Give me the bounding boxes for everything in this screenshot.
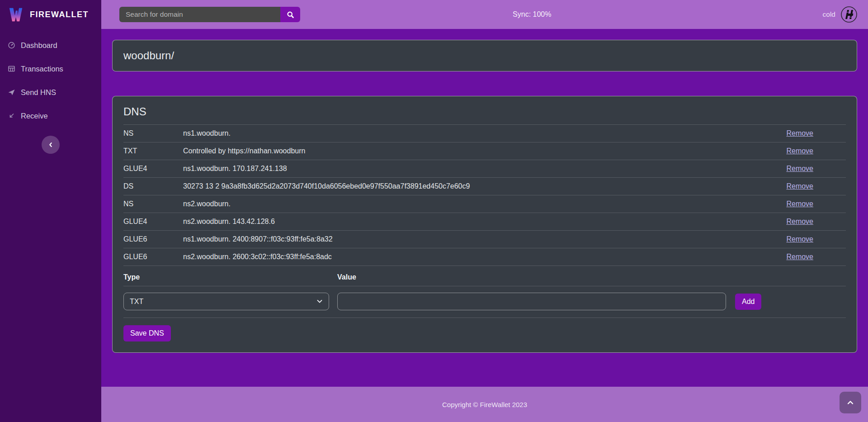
record-type-cell: NS — [123, 195, 183, 213]
dashboard-gauge-icon — [8, 42, 16, 49]
table-row: GLUE6 ns1.woodburn. 2400:8907::f03c:93ff… — [123, 231, 846, 248]
table-row: NS ns2.woodburn. Remove — [123, 195, 846, 213]
paper-plane-icon — [8, 89, 16, 96]
remove-link[interactable]: Remove — [786, 182, 813, 190]
record-value-cell: Controlled by https://nathan.woodburn — [183, 142, 769, 160]
search-input[interactable] — [119, 7, 280, 22]
sidebar-item-dashboard[interactable]: Dashboard — [0, 33, 101, 57]
chevron-left-icon — [47, 142, 54, 148]
domain-title: woodburn/ — [123, 49, 846, 62]
wallet-mode-label: cold — [823, 10, 835, 19]
domain-card: woodburn/ — [112, 40, 857, 71]
sidebar-item-send-hns[interactable]: Send HNS — [0, 81, 101, 104]
add-record-form: Type Value TXT — [123, 266, 846, 318]
save-dns-button[interactable]: Save DNS — [123, 325, 171, 341]
sidebar-item-label: Send HNS — [21, 88, 56, 97]
remove-link[interactable]: Remove — [786, 129, 813, 137]
record-value-cell: ns2.woodburn. — [183, 195, 769, 213]
value-column-header: Value — [337, 266, 735, 286]
record-value-cell: ns2.woodburn. 2600:3c02::f03c:93ff:fe5a:… — [183, 248, 769, 266]
topbar: Sync: 100% cold — [101, 0, 868, 29]
remove-link[interactable]: Remove — [786, 235, 813, 243]
remove-link[interactable]: Remove — [786, 147, 813, 155]
record-type-cell: GLUE6 — [123, 248, 183, 266]
table-row: TXT Controlled by https://nathan.woodbur… — [123, 142, 846, 160]
record-type-cell: NS — [123, 125, 183, 142]
remove-link[interactable]: Remove — [786, 253, 813, 261]
table-row: GLUE6 ns2.woodburn. 2600:3c02::f03c:93ff… — [123, 248, 846, 266]
search-button[interactable] — [280, 7, 300, 22]
record-value-cell: 30273 13 2 9a3a8fb3d625d2a2073d740f10da6… — [183, 178, 769, 195]
sync-status: Sync: 100% — [513, 10, 610, 19]
record-value-cell: ns2.woodburn. 143.42.128.6 — [183, 213, 769, 231]
record-type-cell: GLUE6 — [123, 231, 183, 248]
type-column-header: Type — [123, 266, 337, 286]
record-type-cell: GLUE4 — [123, 213, 183, 231]
dns-title: DNS — [123, 105, 846, 118]
table-row: DS 30273 13 2 9a3a8fb3d625d2a2073d740f10… — [123, 178, 846, 195]
table-icon — [8, 65, 16, 72]
table-row: GLUE4 ns1.woodburn. 170.187.241.138 Remo… — [123, 160, 846, 178]
record-type-cell: GLUE4 — [123, 160, 183, 178]
arrow-down-left-icon — [8, 112, 16, 119]
main-content: woodburn/ DNS NS ns1.woodburn. Remove TX… — [101, 29, 868, 387]
handshake-logo-icon[interactable] — [840, 5, 858, 24]
sidebar-item-label: Receive — [21, 112, 48, 120]
record-value-cell: ns1.woodburn. 170.187.241.138 — [183, 160, 769, 178]
remove-link[interactable]: Remove — [786, 200, 813, 208]
wallet-status: cold — [823, 5, 858, 24]
record-value-input[interactable] — [337, 293, 726, 310]
remove-link[interactable]: Remove — [786, 218, 813, 225]
sidebar-item-label: Transactions — [21, 65, 63, 73]
dns-card: DNS NS ns1.woodburn. Remove TXT Controll… — [112, 96, 857, 353]
firewallet-logo-icon — [7, 6, 24, 23]
record-type-cell: TXT — [123, 142, 183, 160]
sidebar: FIREWALLET Dashboard Tran — [0, 0, 101, 422]
sidebar-nav: Dashboard Transactions Send HNS — [0, 29, 101, 128]
sidebar-item-transactions[interactable]: Transactions — [0, 57, 101, 81]
sidebar-item-label: Dashboard — [21, 41, 57, 50]
dns-records-table: NS ns1.woodburn. Remove TXT Controlled b… — [123, 124, 846, 266]
record-type-select[interactable]: TXT — [123, 293, 329, 310]
brand-link[interactable]: FIREWALLET — [0, 0, 101, 29]
chevron-up-icon — [847, 400, 854, 405]
record-value-cell: ns1.woodburn. 2400:8907::f03c:93ff:fe5a:… — [183, 231, 769, 248]
search-icon — [287, 11, 294, 19]
copyright-text: Copyright © FireWallet 2023 — [442, 401, 527, 408]
table-row: NS ns1.woodburn. Remove — [123, 125, 846, 142]
add-record-button[interactable]: Add — [735, 294, 761, 310]
record-value-cell: ns1.woodburn. — [183, 125, 769, 142]
record-type-cell: DS — [123, 178, 183, 195]
scroll-to-top-button[interactable] — [840, 392, 861, 413]
footer: Copyright © FireWallet 2023 — [101, 387, 868, 422]
remove-link[interactable]: Remove — [786, 165, 813, 172]
domain-search — [119, 7, 300, 22]
brand-name: FIREWALLET — [30, 10, 89, 19]
table-row: GLUE4 ns2.woodburn. 143.42.128.6 Remove — [123, 213, 846, 231]
sidebar-item-receive[interactable]: Receive — [0, 104, 101, 128]
sidebar-collapse-button[interactable] — [42, 136, 60, 154]
